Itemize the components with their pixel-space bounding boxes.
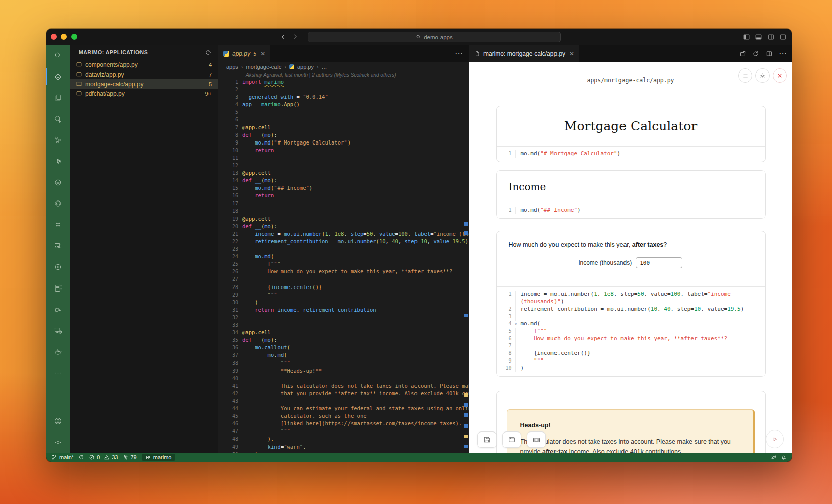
- app-close-button[interactable]: [773, 68, 787, 83]
- notebook-file-icon: [76, 90, 82, 97]
- breadcrumb-separator: ›: [317, 64, 319, 70]
- toggle-secondary-sidebar-icon[interactable]: [767, 33, 775, 41]
- overview-ruler[interactable]: [464, 71, 469, 453]
- notifications-bell-icon[interactable]: [781, 454, 787, 460]
- fold-chevron-icon[interactable]: ∨: [514, 321, 518, 328]
- breadcrumb-item[interactable]: …: [322, 64, 327, 70]
- cell-card-3: How much do you expect to make this year…: [496, 231, 766, 377]
- activity-item-test-runner[interactable]: [46, 299, 70, 320]
- git-branch-status[interactable]: main*: [51, 454, 74, 460]
- line-number: 6: [218, 116, 238, 123]
- sync-changes-icon[interactable]: [78, 454, 84, 460]
- code-line: 21 income = mo.ui.number(1, 1e8, step=50…: [218, 230, 469, 238]
- line-number: 42: [218, 390, 238, 397]
- back-arrow-icon[interactable]: [280, 33, 287, 40]
- refresh-icon[interactable]: [205, 49, 212, 56]
- line-number: 50: [218, 451, 238, 453]
- customize-layout-icon[interactable]: [779, 33, 787, 41]
- more-actions-icon[interactable]: ⋯: [455, 49, 463, 58]
- copy-icon: [54, 94, 62, 102]
- live-share-icon: [54, 263, 62, 271]
- code-line: 10 return: [218, 147, 469, 154]
- more-actions-icon[interactable]: ⋯: [779, 49, 787, 58]
- activity-item-github[interactable]: [46, 193, 70, 214]
- activity-item-hierarchy[interactable]: [46, 129, 70, 151]
- open-app-window-button[interactable]: [502, 431, 521, 448]
- breadcrumb-item[interactable]: mortgage-calc: [246, 64, 282, 70]
- activity-item-marimo[interactable]: [46, 66, 70, 87]
- activity-item-copy[interactable]: [46, 87, 70, 108]
- code-line: 50 ): [218, 451, 469, 453]
- save-button[interactable]: [477, 431, 497, 448]
- app-settings-button[interactable]: [755, 68, 770, 83]
- activity-item-globe[interactable]: [46, 172, 70, 193]
- marimo-status-badge[interactable]: marimo: [142, 454, 176, 461]
- ruler-mark: [464, 222, 468, 226]
- sidebar-item-dataviz-app-py[interactable]: dataviz/app.py7: [70, 69, 218, 79]
- status-bar: main* 0 33 79 marimo: [46, 453, 792, 462]
- ports-status[interactable]: 79: [123, 454, 137, 460]
- line-number: 1: [497, 150, 516, 158]
- tab-app-py[interactable]: app.py 5 ✕: [218, 45, 270, 62]
- run-app-button[interactable]: [766, 430, 784, 448]
- command-center-search[interactable]: demo-apps: [308, 32, 561, 42]
- activity-item-search[interactable]: [46, 45, 70, 66]
- toggle-sidebar-icon[interactable]: [743, 33, 750, 41]
- reload-webview-icon[interactable]: [752, 50, 759, 57]
- activity-item-notebook[interactable]: [46, 277, 70, 299]
- close-window-button[interactable]: [51, 34, 57, 40]
- minimize-window-button[interactable]: [61, 34, 67, 40]
- line-number: 28: [218, 283, 238, 291]
- sidebar-item-pdfchat-app-py[interactable]: pdfchat/app.py9+: [70, 89, 218, 98]
- line-number: 39: [218, 367, 238, 375]
- line-number: 1: [497, 207, 516, 214]
- line-number: 40: [218, 375, 238, 382]
- cell-code-block[interactable]: 1mo.md("## Income"): [497, 203, 765, 219]
- breadcrumb-item[interactable]: app.py: [297, 64, 314, 70]
- search-text: demo-apps: [424, 34, 453, 40]
- activity-item-settings[interactable]: [46, 431, 70, 453]
- code-line: 46 [linked here](https://smartasset.com/…: [218, 420, 469, 427]
- activity-item-account[interactable]: [46, 410, 70, 431]
- activity-item-comments[interactable]: [46, 235, 70, 256]
- activity-item-live-share[interactable]: [46, 256, 70, 277]
- split-editor-icon[interactable]: [766, 50, 773, 57]
- webview-code-line: 6 How much do you expect to make this ye…: [497, 335, 760, 343]
- activity-item-remote-monitor[interactable]: [46, 320, 70, 341]
- income-number-input[interactable]: 100: [636, 257, 682, 268]
- activity-item-terraform[interactable]: [46, 151, 70, 172]
- activity-item-more[interactable]: [46, 362, 70, 383]
- app-menu-button[interactable]: [738, 68, 752, 83]
- code-editor[interactable]: Akshay Agrawal, last month | 2 authors (…: [218, 71, 469, 453]
- webview-code-line: 4∨mo.md(: [497, 320, 760, 328]
- feedback-icon[interactable]: [770, 454, 776, 460]
- line-number: 34: [218, 329, 238, 336]
- line-number: 12: [218, 162, 238, 169]
- close-panel-tab-icon[interactable]: ✕: [569, 50, 574, 57]
- close-tab-icon[interactable]: ✕: [260, 50, 265, 57]
- open-external-icon[interactable]: [739, 50, 746, 57]
- activity-item-docker[interactable]: [46, 341, 70, 362]
- code-line: 39 **Heads-up!**: [218, 367, 469, 375]
- code-line: 26 How much do you expect to make this y…: [218, 268, 469, 275]
- cell-code-block[interactable]: 1income = mo.ui.number(1, 1e8, step=50, …: [497, 286, 765, 376]
- notebook-file-icon: [76, 81, 82, 87]
- sidebar-item-components-app-py[interactable]: components/app.py4: [70, 60, 218, 69]
- toggle-panel-icon[interactable]: [755, 33, 762, 41]
- tab-marimo-webview[interactable]: marimo: mortgage-calc/app.py ✕: [469, 45, 579, 62]
- activity-item-diamonds[interactable]: [46, 214, 70, 235]
- forward-arrow-icon[interactable]: [292, 33, 299, 40]
- breadcrumb[interactable]: apps›mortgage-calc›app.py›…: [218, 62, 469, 71]
- sidebar: MARIMO: APPLICATIONS components/app.py4d…: [70, 45, 218, 453]
- keyboard-shortcuts-button[interactable]: [527, 431, 546, 448]
- code-line: 42 that you provide **after-tax** income…: [218, 390, 469, 397]
- breadcrumb-item[interactable]: apps: [226, 64, 238, 70]
- line-number: 6: [497, 335, 516, 343]
- activity-item-debug-run[interactable]: [46, 108, 70, 129]
- zoom-window-button[interactable]: [71, 34, 77, 40]
- code-line: 49 kind="warn",: [218, 443, 469, 451]
- ruler-mark: [464, 314, 468, 317]
- problems-status[interactable]: 0 33: [89, 454, 118, 460]
- cell-code-block[interactable]: 1mo.md("# Mortgage Calculator"): [497, 146, 765, 162]
- sidebar-item-mortgage-calc-app-py[interactable]: mortgage-calc/app.py5: [70, 79, 218, 89]
